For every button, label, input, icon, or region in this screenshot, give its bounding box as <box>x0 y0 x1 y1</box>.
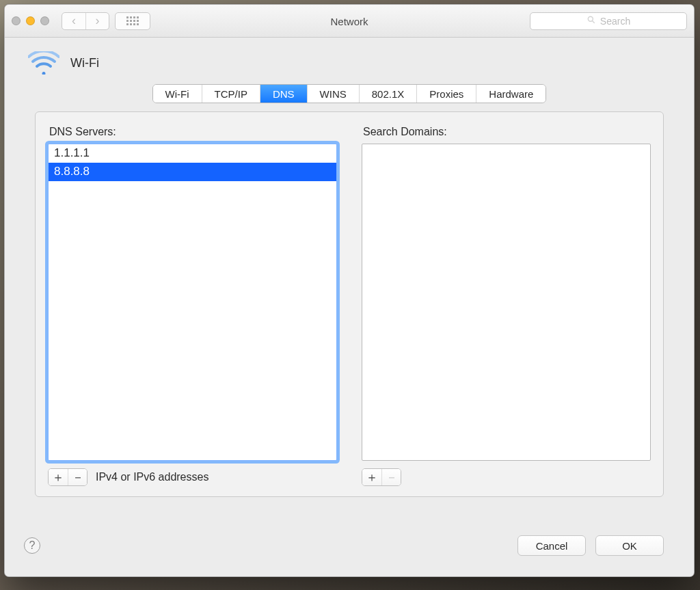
tab-dns[interactable]: DNS <box>260 85 307 103</box>
minimize-window-button[interactable] <box>26 16 35 25</box>
show-all-prefs-button[interactable] <box>115 12 150 30</box>
window-controls <box>12 16 49 25</box>
help-button[interactable]: ? <box>24 537 40 554</box>
sheet: Wi-Fi Wi-FiTCP/IPDNSWINS802.1XProxiesHar… <box>5 38 694 576</box>
titlebar: ‹ › Network Search <box>5 5 694 38</box>
domains-remove-button[interactable]: － <box>381 469 401 485</box>
chevron-right-icon: › <box>96 14 100 28</box>
tab-bar: Wi-FiTCP/IPDNSWINS802.1XProxiesHardware <box>5 84 694 103</box>
tab-wins[interactable]: WINS <box>307 85 359 103</box>
nav-back-forward: ‹ › <box>62 12 109 30</box>
wifi-icon <box>28 51 59 75</box>
dns-servers-label: DNS Servers: <box>49 126 337 138</box>
dns-remove-button[interactable]: － <box>68 469 87 485</box>
domains-add-button[interactable]: ＋ <box>362 469 381 485</box>
plus-icon: ＋ <box>366 469 378 485</box>
nav-back-button[interactable]: ‹ <box>62 13 85 29</box>
zoom-window-button[interactable] <box>40 16 49 25</box>
dns-servers-column: DNS Servers: 1.1.1.18.8.8.8 ＋ － IPv4 or … <box>48 126 337 487</box>
dns-add-remove-group: ＋ － <box>48 468 88 486</box>
tab-hardware[interactable]: Hardware <box>476 85 546 103</box>
dns-server-item[interactable]: 8.8.8.8 <box>49 163 336 181</box>
tab-tcp-ip[interactable]: TCP/IP <box>202 85 260 103</box>
svg-line-1 <box>592 21 594 23</box>
plus-icon: ＋ <box>52 469 64 485</box>
search-domains-list[interactable] <box>362 144 651 461</box>
tab-proxies[interactable]: Proxies <box>416 85 476 103</box>
search-placeholder: Search <box>600 16 630 27</box>
cancel-button[interactable]: Cancel <box>517 535 586 556</box>
dns-hint: IPv4 or IPv6 addresses <box>96 471 208 483</box>
search-icon <box>587 15 596 27</box>
preferences-window: ‹ › Network Search <box>4 4 695 577</box>
help-icon: ? <box>29 539 36 552</box>
minus-icon: － <box>72 469 84 485</box>
dns-panel: DNS Servers: 1.1.1.18.8.8.8 ＋ － IPv4 or … <box>35 111 664 497</box>
search-field[interactable]: Search <box>530 12 687 30</box>
dns-add-button[interactable]: ＋ <box>49 469 68 485</box>
tab-wi-fi[interactable]: Wi-Fi <box>153 85 202 103</box>
minus-icon: － <box>386 469 398 485</box>
domains-add-remove-group: ＋ － <box>362 468 401 486</box>
svg-point-0 <box>588 16 593 21</box>
search-domains-column: Search Domains: ＋ － <box>362 126 651 487</box>
nav-forward-button[interactable]: › <box>85 13 109 29</box>
search-domains-label: Search Domains: <box>363 126 651 138</box>
ok-button[interactable]: OK <box>595 535 664 556</box>
bottom-bar: ? Cancel OK <box>5 526 694 576</box>
close-window-button[interactable] <box>12 16 21 25</box>
chevron-left-icon: ‹ <box>72 14 76 28</box>
interface-header: Wi-Fi <box>5 38 694 80</box>
dns-server-item[interactable]: 1.1.1.1 <box>49 144 336 163</box>
dns-servers-list[interactable]: 1.1.1.18.8.8.8 <box>48 144 337 461</box>
tab-802-1x[interactable]: 802.1X <box>359 85 417 103</box>
apps-grid-icon <box>126 16 139 25</box>
interface-name: Wi-Fi <box>70 56 99 70</box>
